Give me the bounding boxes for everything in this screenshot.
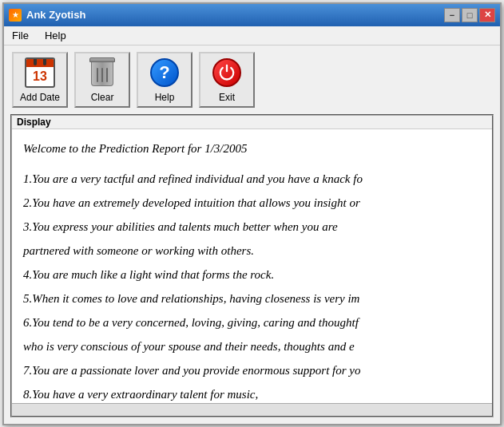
menu-help[interactable]: Help [42,28,69,43]
welcome-text: Welcome to the Prediction Report for 1/3… [23,139,481,158]
menu-file[interactable]: File [9,28,32,43]
prediction-line: who is very conscious of your spouse and… [23,337,481,356]
power-icon [211,57,243,89]
toolbar: 13 Add Date Clear ? [4,45,500,114]
display-label: Display [12,116,492,129]
prediction-line: 7.You are a passionate lover and you pro… [23,361,481,380]
prediction-line: partnered with someone or working with o… [23,241,481,260]
main-window: ★ Ank Zyotish − □ ✕ File Help [2,2,502,425]
app-icon: ★ [9,9,22,22]
help-label: Help [155,92,175,103]
title-buttons: − □ ✕ [444,8,495,22]
menu-bar: File Help [4,26,500,45]
calendar-icon: 13 [24,57,56,89]
help-icon: ? [149,57,181,89]
help-button[interactable]: ? Help [137,52,192,108]
display-content[interactable]: Welcome to the Prediction Report for 1/3… [12,129,492,403]
clear-label: Clear [91,92,114,103]
display-section: Display Welcome to the Prediction Report… [10,114,494,417]
prediction-line: 8.You have a very extraordinary talent f… [23,385,481,403]
prediction-line: 1.You are a very tactful and refined ind… [23,169,481,188]
prediction-line: 4.You are much like a light wind that fo… [23,265,481,284]
trash-icon [86,57,118,89]
minimize-button[interactable]: − [444,8,460,22]
prediction-lines: 1.You are a very tactful and refined ind… [23,169,481,403]
window-title: Ank Zyotish [26,9,85,21]
prediction-line: 6.You tend to be a very concerned, lovin… [23,313,481,332]
prediction-line: 2.You have an extremely developed intuit… [23,193,481,212]
exit-label: Exit [219,92,235,103]
close-button[interactable]: ✕ [479,8,495,22]
title-bar-left: ★ Ank Zyotish [9,9,85,22]
display-inner: Welcome to the Prediction Report for 1/3… [12,129,492,403]
maximize-button[interactable]: □ [462,8,478,22]
clear-button[interactable]: Clear [74,52,130,108]
prediction-line: 3.You express your abilities and talents… [23,217,481,236]
prediction-line: 5.When it comes to love and relationship… [23,289,481,308]
exit-button[interactable]: Exit [199,52,255,108]
add-date-button[interactable]: 13 Add Date [12,52,68,108]
title-bar: ★ Ank Zyotish − □ ✕ [4,4,500,26]
bottom-scrollbar[interactable] [12,403,492,416]
add-date-label: Add Date [20,92,60,103]
